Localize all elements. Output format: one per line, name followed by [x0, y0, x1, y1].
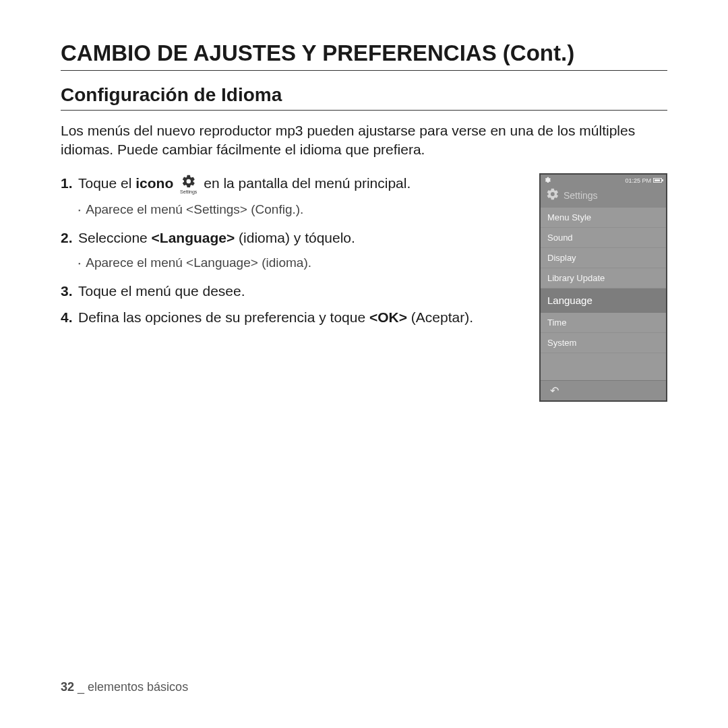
device-screen-title: Settings: [564, 190, 598, 201]
step-body: Toque el icono Settings en la pantalla d…: [78, 173, 526, 194]
device-menu-item[interactable]: Time: [541, 313, 666, 333]
device-navbar[interactable]: ↶: [541, 380, 666, 400]
page-title: CAMBIO DE AJUSTES Y PREFERENCIAS (Cont.): [61, 40, 667, 71]
step-number: 2.: [61, 228, 78, 247]
device-menu-item[interactable]: Display: [541, 248, 666, 268]
step-text-bold: <Language>: [152, 230, 235, 245]
step-sub-text: Aparece el menú <Language> (idioma).: [86, 254, 311, 272]
step-body: Deﬁna las opciones de su preferencia y t…: [78, 307, 526, 327]
step-body: Seleccione <Language> (idioma) y tóquelo…: [78, 228, 526, 247]
steps-column: 1. Toque el icono Settings en la pantall…: [61, 173, 526, 334]
step-text-a: Seleccione: [78, 230, 152, 245]
device-header: Settings: [541, 186, 666, 208]
step-text-a: Toque el: [78, 175, 135, 191]
battery-icon: [653, 178, 662, 183]
step-1: 1. Toque el icono Settings en la pantall…: [61, 173, 526, 194]
step-number: 4.: [61, 307, 78, 327]
back-icon[interactable]: ↶: [550, 384, 559, 397]
step-text-bold: <OK>: [369, 309, 407, 325]
page-number: 32: [61, 680, 74, 694]
gear-icon: [546, 187, 559, 204]
device-mockup: 01:25 PM Settings Menu StyleSoundDisplay…: [539, 173, 667, 402]
content-row: 1. Toque el icono Settings en la pantall…: [61, 173, 667, 402]
footer-sep: _: [74, 680, 88, 694]
step-1-sub: Aparece el menú <Settings> (Conﬁg.).: [78, 201, 526, 218]
section-title: Conﬁguración de Idioma: [61, 84, 667, 111]
device-menu-item[interactable]: Sound: [541, 228, 666, 248]
device-time: 01:25 PM: [625, 177, 651, 184]
status-left-icon: [545, 177, 551, 185]
device-menu-item[interactable]: System: [541, 333, 666, 353]
step-text-bold: icono: [135, 175, 173, 191]
step-sub-text: Aparece el menú <Settings> (Conﬁg.).: [86, 201, 303, 218]
step-3: 3. Toque el menú que desee.: [61, 281, 526, 301]
step-text-c: (Aceptar).: [407, 309, 473, 325]
device-menu-list: Menu StyleSoundDisplayLibrary UpdateLang…: [541, 208, 666, 353]
step-2: 2. Seleccione <Language> (idioma) y tóqu…: [61, 228, 526, 247]
footer-section: elementos básicos: [88, 680, 188, 694]
step-text-c: en la pantalla del menú principal.: [204, 175, 411, 191]
step-number: 3.: [61, 281, 78, 301]
gear-icon-label: Settings: [180, 189, 197, 194]
step-2-sub: Aparece el menú <Language> (idioma).: [78, 254, 526, 272]
device-menu-item[interactable]: Menu Style: [541, 208, 666, 228]
device-statusbar: 01:25 PM: [541, 175, 666, 186]
page-footer: 32 _ elementos básicos: [61, 680, 188, 694]
intro-paragraph: Los menús del nuevo reproductor mp3 pued…: [61, 121, 667, 160]
step-body: Toque el menú que desee.: [78, 281, 526, 301]
device-spacer: [541, 353, 666, 380]
gear-icon: Settings: [180, 174, 197, 194]
step-number: 1.: [61, 173, 78, 194]
step-text-c: (idioma) y tóquelo.: [235, 230, 355, 245]
step-text-a: Deﬁna las opciones de su preferencia y t…: [78, 309, 369, 325]
device-menu-item[interactable]: Library Update: [541, 268, 666, 289]
step-4: 4. Deﬁna las opciones de su preferencia …: [61, 307, 526, 327]
device-menu-item[interactable]: Language: [541, 289, 666, 313]
